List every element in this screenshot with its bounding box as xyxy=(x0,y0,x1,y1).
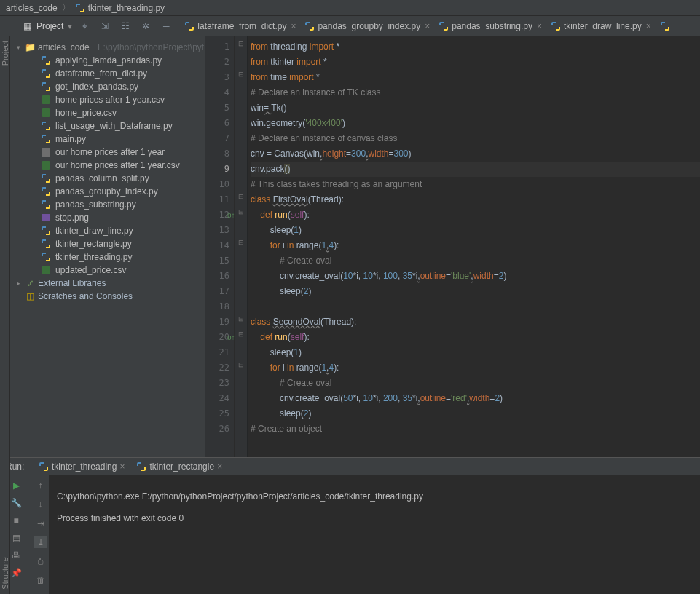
fold-toggle[interactable]: ⊟ xyxy=(235,312,247,327)
line-number[interactable]: 4 xyxy=(205,85,229,100)
trash-icon[interactable]: 🗑 xyxy=(34,574,47,586)
code-line[interactable]: sleep(1) xyxy=(251,223,700,238)
fold-gutter[interactable]: ⊟⊟⊟⊟⊟⊟⊟⊟ xyxy=(235,36,248,457)
override-icon[interactable]: o↑ xyxy=(227,330,235,345)
line-number[interactable]: 8 xyxy=(205,146,229,162)
pin-icon[interactable]: 📌 xyxy=(9,567,23,579)
code-line[interactable]: # Create an object xyxy=(251,421,700,437)
left-gutter[interactable]: Project xyxy=(0,36,10,457)
line-number[interactable]: 3 xyxy=(205,70,229,85)
external-libraries[interactable]: ▸ ⑇ External Libraries xyxy=(15,277,205,290)
line-number[interactable]: 14 xyxy=(205,238,229,253)
line-number[interactable]: 12 xyxy=(205,207,229,223)
scroll-icon[interactable]: ⤓ xyxy=(34,536,47,548)
file-item[interactable]: home_price.csv xyxy=(41,106,205,119)
expand-icon[interactable]: ▸ xyxy=(15,280,22,287)
file-item[interactable]: pandas_substring.py xyxy=(41,198,205,211)
fold-toggle[interactable]: ⊟ xyxy=(235,189,247,205)
editor-tab[interactable]: tkinter_draw_line.py× xyxy=(546,16,656,36)
line-number[interactable]: 16 xyxy=(205,269,229,284)
code-line[interactable]: sleep(2) xyxy=(251,406,700,421)
export-icon[interactable]: ⎙ xyxy=(34,555,47,567)
code-line[interactable]: sleep(1) xyxy=(251,345,700,360)
code-line[interactable]: # Create oval xyxy=(251,376,700,391)
settings-icon[interactable]: ✲ xyxy=(141,21,151,31)
line-number[interactable]: 23 xyxy=(205,376,229,391)
file-item[interactable]: applying_lamda_pandas.py xyxy=(41,54,205,67)
fold-toggle[interactable]: ⊟ xyxy=(235,357,247,373)
file-item[interactable]: list_usage_with_Dataframe.py xyxy=(41,119,205,132)
code-line[interactable]: o↑ def run(self): xyxy=(251,330,700,345)
code-line[interactable]: # Create oval xyxy=(251,253,700,269)
line-number[interactable]: 20 xyxy=(205,330,229,345)
line-number[interactable]: 9 xyxy=(205,162,229,177)
run-tab[interactable]: tkinter_threading× xyxy=(33,458,130,475)
close-icon[interactable]: × xyxy=(646,21,651,31)
breadcrumb-root[interactable]: articles_code xyxy=(6,3,58,13)
line-number[interactable]: 11 xyxy=(205,192,229,207)
editor-tab[interactable]: pandas_groupby_index.py× xyxy=(300,16,434,36)
file-item[interactable]: tkinter_threading.py xyxy=(41,250,205,264)
line-gutter[interactable]: 1234567891011121314151617181920212223242… xyxy=(205,36,235,457)
hide-icon[interactable]: ─ xyxy=(161,21,171,31)
close-icon[interactable]: × xyxy=(119,462,125,472)
file-item[interactable]: our home prices after 1 year.csv xyxy=(41,159,205,172)
code-line[interactable]: cnv = Canvas(win,height=300,width=300) xyxy=(251,146,700,162)
down-icon[interactable]: ↓ xyxy=(34,499,47,510)
fold-toggle[interactable]: ⊟ xyxy=(235,327,247,342)
scratches-and-consoles[interactable]: ◫ Scratches and Consoles xyxy=(15,290,205,303)
editor-tab[interactable]: pandas_substring.py× xyxy=(434,16,546,36)
project-tree[interactable]: ▾ 📁 articles_code F:\python\pythonProjec… xyxy=(10,36,205,457)
code-line[interactable]: o↑ def run(self): xyxy=(251,207,700,223)
fold-toggle[interactable]: ⊟ xyxy=(235,67,247,82)
line-number[interactable]: 13 xyxy=(205,223,229,238)
expand-all-icon[interactable]: ⇲ xyxy=(100,21,110,31)
code-line[interactable]: # Declare an instance of canvas class xyxy=(251,131,700,146)
softwrap-icon[interactable]: ⇥ xyxy=(34,518,47,529)
line-number[interactable]: 10 xyxy=(205,177,229,192)
line-number[interactable]: 2 xyxy=(205,55,229,70)
run-tab[interactable]: tkinter_rectangle× xyxy=(130,458,228,475)
code-line[interactable]: # This class takes threading as an argum… xyxy=(251,177,700,192)
file-item[interactable]: pandas_column_split.py xyxy=(41,172,205,185)
line-number[interactable]: 26 xyxy=(205,421,229,437)
file-item[interactable]: main.py xyxy=(41,132,205,146)
code-line[interactable]: class FirstOval(Thread): xyxy=(251,192,700,207)
file-item[interactable]: pandas_groupby_index.py xyxy=(41,185,205,198)
code-line[interactable]: for i in range(1,4): xyxy=(251,238,700,253)
line-number[interactable]: 22 xyxy=(205,360,229,376)
collapse-all-icon[interactable]: ☷ xyxy=(120,21,130,31)
code-line[interactable]: cnv.create_oval(50*i, 10*i, 200, 35*i,ou… xyxy=(251,391,700,406)
expand-icon[interactable]: ▾ xyxy=(15,44,22,51)
rerun-icon[interactable]: ▶ xyxy=(9,480,23,491)
code-line[interactable]: cnv.create_oval(10*i, 10*i, 100, 35*i,ou… xyxy=(251,269,700,284)
line-number[interactable]: 19 xyxy=(205,314,229,330)
stop-icon[interactable]: ■ xyxy=(9,515,23,526)
file-item[interactable]: home prices after 1 year.csv xyxy=(41,93,205,106)
file-item[interactable]: tkinter_draw_line.py xyxy=(41,224,205,237)
line-number[interactable]: 18 xyxy=(205,299,229,314)
file-item[interactable]: our home prices after 1 year xyxy=(41,146,205,159)
editor-tab[interactable]: lataframe_from_dict.py× xyxy=(180,16,300,36)
wrench-icon[interactable]: 🔧 xyxy=(9,497,23,509)
fold-toggle[interactable]: ⊟ xyxy=(235,36,247,52)
close-icon[interactable]: × xyxy=(537,21,542,31)
file-item[interactable]: updated_price.csv xyxy=(41,264,205,277)
code-line[interactable]: from time import * xyxy=(251,70,700,85)
close-icon[interactable]: × xyxy=(217,462,222,472)
project-dropdown[interactable]: ▦ Project ▾ xyxy=(0,21,79,31)
code-line[interactable]: from threading import * xyxy=(251,39,700,55)
line-number[interactable]: 5 xyxy=(205,100,229,116)
code-line[interactable]: win= Tk() xyxy=(251,100,700,116)
tree-root-row[interactable]: ▾ 📁 articles_code F:\python\pythonProjec… xyxy=(15,41,205,54)
code-line[interactable] xyxy=(251,299,700,314)
override-icon[interactable]: o↑ xyxy=(227,207,235,223)
code-area[interactable]: from threading import *from tkinter impo… xyxy=(248,36,700,457)
file-item[interactable]: dataframe_from_dict.py xyxy=(41,67,205,80)
up-icon[interactable]: ↑ xyxy=(34,480,47,491)
print-icon[interactable]: 🖶 xyxy=(9,550,23,561)
fold-toggle[interactable]: ⊟ xyxy=(235,205,247,220)
file-item[interactable]: got_index_pandas.py xyxy=(41,80,205,93)
code-line[interactable]: cnv.pack() xyxy=(251,162,700,177)
line-number[interactable]: 25 xyxy=(205,406,229,421)
